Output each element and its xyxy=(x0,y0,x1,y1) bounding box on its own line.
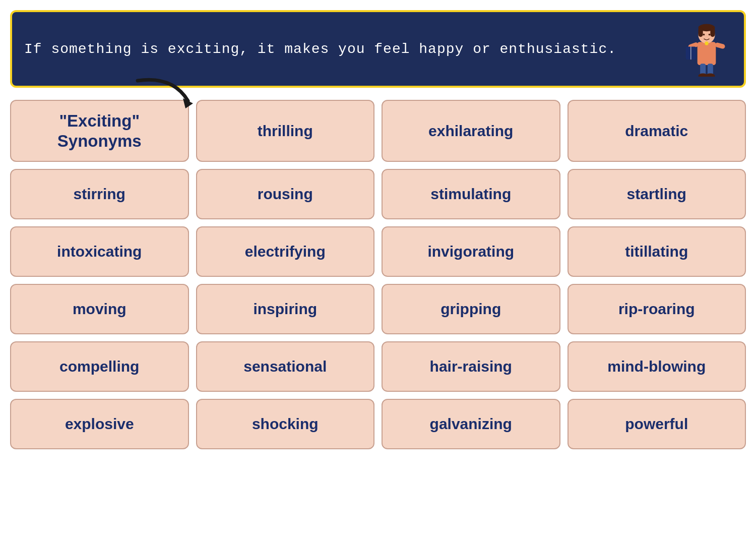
svg-point-7 xyxy=(705,41,708,45)
svg-point-5 xyxy=(703,34,705,36)
word-card-thrilling: thrilling xyxy=(196,100,375,162)
word-card-hair-raising: hair-raising xyxy=(382,341,560,392)
word-galvanizing: galvanizing xyxy=(430,415,512,433)
word-card-compelling: compelling xyxy=(10,341,189,392)
title-text: "Exciting" Synonyms xyxy=(57,111,142,151)
svg-point-15 xyxy=(706,74,715,77)
word-card-electrifying: electrifying xyxy=(196,226,375,277)
svg-rect-3 xyxy=(699,28,703,37)
word-card-exhilarating: exhilarating xyxy=(382,100,560,162)
word-thrilling: thrilling xyxy=(258,123,313,140)
word-rousing: rousing xyxy=(258,186,313,203)
teacher-illustration xyxy=(681,21,732,77)
synonyms-grid: "Exciting" Synonyms thrilling exhilarati… xyxy=(10,100,746,449)
word-card-powerful: powerful xyxy=(568,399,746,449)
word-invigorating: invigorating xyxy=(427,243,514,260)
word-card-invigorating: invigorating xyxy=(382,226,560,277)
svg-point-6 xyxy=(709,34,711,36)
word-card-intoxicating: intoxicating xyxy=(10,226,189,277)
word-hair-raising: hair-raising xyxy=(430,358,512,375)
word-sensational: sensational xyxy=(243,358,327,375)
word-compelling: compelling xyxy=(59,358,139,375)
word-card-dramatic: dramatic xyxy=(568,100,746,162)
word-card-titillating: titillating xyxy=(568,226,746,277)
svg-rect-0 xyxy=(698,42,716,65)
word-card-sensational: sensational xyxy=(196,341,375,392)
word-startling: startling xyxy=(627,186,686,203)
word-card-inspiring: inspiring xyxy=(196,284,375,334)
word-inspiring: inspiring xyxy=(253,301,317,318)
header-text: If something is exciting, it makes you f… xyxy=(24,41,616,57)
word-titillating: titillating xyxy=(625,243,688,260)
word-explosive: explosive xyxy=(65,415,134,433)
word-electrifying: electrifying xyxy=(245,243,326,260)
word-exhilarating: exhilarating xyxy=(428,123,513,140)
word-card-rousing: rousing xyxy=(196,169,375,219)
word-card-galvanizing: galvanizing xyxy=(382,399,560,449)
word-card-explosive: explosive xyxy=(10,399,189,449)
word-rip-roaring: rip-roaring xyxy=(618,301,695,318)
word-intoxicating: intoxicating xyxy=(57,243,142,260)
word-card-shocking: shocking xyxy=(196,399,375,449)
word-card-stirring: stirring xyxy=(10,169,189,219)
word-stirring: stirring xyxy=(74,186,125,203)
header-banner: If something is exciting, it makes you f… xyxy=(10,10,746,88)
word-powerful: powerful xyxy=(625,415,688,433)
word-card-gripping: gripping xyxy=(382,284,560,334)
word-card-startling: startling xyxy=(568,169,746,219)
word-dramatic: dramatic xyxy=(625,123,688,140)
word-gripping: gripping xyxy=(440,301,501,318)
word-card-mind-blowing: mind-blowing xyxy=(568,341,746,392)
svg-rect-9 xyxy=(715,42,726,49)
word-mind-blowing: mind-blowing xyxy=(607,358,706,375)
word-card-moving: moving xyxy=(10,284,189,334)
word-moving: moving xyxy=(73,301,127,318)
svg-rect-4 xyxy=(710,28,715,37)
word-stimulating: stimulating xyxy=(430,186,511,203)
title-card: "Exciting" Synonyms xyxy=(10,100,189,162)
arrow-icon xyxy=(133,71,198,111)
word-card-rip-roaring: rip-roaring xyxy=(568,284,746,334)
word-shocking: shocking xyxy=(252,415,319,433)
word-card-stimulating: stimulating xyxy=(382,169,560,219)
